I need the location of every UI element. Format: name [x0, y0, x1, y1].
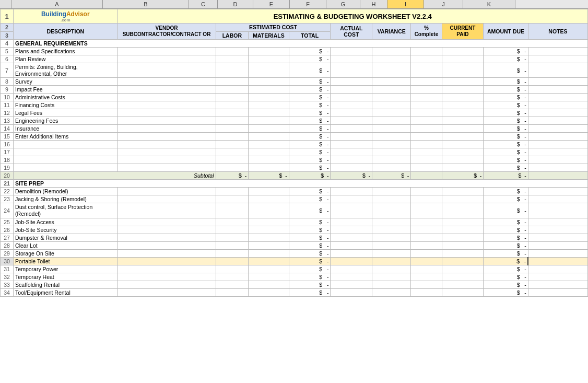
- labor-26[interactable]: [216, 226, 249, 234]
- paid-24[interactable]: [442, 203, 484, 218]
- vendor-33[interactable]: [117, 281, 216, 288]
- materials-33[interactable]: [249, 281, 289, 288]
- materials-10[interactable]: [249, 94, 289, 101]
- total-28[interactable]: $ -: [289, 241, 331, 249]
- due-19[interactable]: $ -: [484, 164, 528, 172]
- actual-5[interactable]: [331, 48, 372, 55]
- pct-30[interactable]: [411, 257, 442, 265]
- paid-32[interactable]: [442, 273, 484, 281]
- notes-30[interactable]: [528, 257, 587, 265]
- materials-7[interactable]: [249, 63, 289, 78]
- vendor-8[interactable]: [117, 78, 216, 86]
- paid-15[interactable]: [442, 133, 484, 141]
- total-29[interactable]: $ -: [289, 249, 331, 257]
- paid-34[interactable]: [442, 288, 484, 296]
- vendor-13[interactable]: [117, 117, 216, 125]
- total-26[interactable]: $ -: [289, 226, 331, 234]
- total-32[interactable]: $ -: [289, 273, 331, 281]
- due-23[interactable]: $ -: [484, 195, 528, 203]
- variance-26[interactable]: [372, 226, 411, 234]
- paid-8[interactable]: [442, 78, 484, 86]
- materials-11[interactable]: [249, 101, 289, 109]
- notes-25[interactable]: [528, 218, 587, 226]
- pct-27[interactable]: [411, 234, 442, 241]
- due-16[interactable]: $ -: [484, 141, 528, 148]
- variance-15[interactable]: [372, 133, 411, 141]
- notes-6[interactable]: [528, 55, 587, 63]
- due-17[interactable]: $ -: [484, 148, 528, 156]
- variance-13[interactable]: [372, 117, 411, 125]
- pct-22[interactable]: [411, 188, 442, 195]
- labor-25[interactable]: [216, 218, 249, 226]
- total-9[interactable]: $ -: [289, 86, 331, 94]
- labor-9[interactable]: [216, 86, 249, 94]
- due-7[interactable]: $ -: [484, 63, 528, 78]
- total-14[interactable]: $ -: [289, 125, 331, 133]
- notes-33[interactable]: [528, 281, 587, 288]
- desc-19[interactable]: [14, 164, 117, 172]
- vendor-22[interactable]: [117, 188, 216, 195]
- vendor-15[interactable]: [117, 133, 216, 141]
- materials-8[interactable]: [249, 78, 289, 86]
- due-25[interactable]: $ -: [484, 218, 528, 226]
- paid-9[interactable]: [442, 86, 484, 94]
- paid-26[interactable]: [442, 226, 484, 234]
- notes-18[interactable]: [528, 156, 587, 164]
- total-16[interactable]: $ -: [289, 141, 331, 148]
- labor-15[interactable]: [216, 133, 249, 141]
- materials-28[interactable]: [249, 241, 289, 249]
- actual-18[interactable]: [331, 156, 372, 164]
- notes-17[interactable]: [528, 148, 587, 156]
- materials-27[interactable]: [249, 234, 289, 241]
- notes-10[interactable]: [528, 94, 587, 101]
- notes-15[interactable]: [528, 133, 587, 141]
- materials-19[interactable]: [249, 164, 289, 172]
- pct-28[interactable]: [411, 241, 442, 249]
- labor-29[interactable]: [216, 249, 249, 257]
- due-10[interactable]: $ -: [484, 94, 528, 101]
- due-18[interactable]: $ -: [484, 156, 528, 164]
- notes-16[interactable]: [528, 141, 587, 148]
- due-9[interactable]: $ -: [484, 86, 528, 94]
- actual-30[interactable]: [331, 257, 372, 265]
- total-10[interactable]: $ -: [289, 94, 331, 101]
- paid-16[interactable]: [442, 141, 484, 148]
- paid-28[interactable]: [442, 241, 484, 249]
- variance-24[interactable]: [372, 203, 411, 218]
- pct-24[interactable]: [411, 203, 442, 218]
- notes-31[interactable]: [528, 265, 587, 273]
- materials-30[interactable]: [249, 257, 289, 265]
- total-8[interactable]: $ -: [289, 78, 331, 86]
- vendor-11[interactable]: [117, 101, 216, 109]
- materials-15[interactable]: [249, 133, 289, 141]
- paid-14[interactable]: [442, 125, 484, 133]
- pct-34[interactable]: [411, 288, 442, 296]
- notes-24[interactable]: [528, 203, 587, 218]
- total-17[interactable]: $ -: [289, 148, 331, 156]
- vendor-19[interactable]: [117, 164, 216, 172]
- paid-22[interactable]: [442, 188, 484, 195]
- paid-13[interactable]: [442, 117, 484, 125]
- materials-18[interactable]: [249, 156, 289, 164]
- due-22[interactable]: $ -: [484, 188, 528, 195]
- due-26[interactable]: $ -: [484, 226, 528, 234]
- actual-7[interactable]: [331, 63, 372, 78]
- actual-19[interactable]: [331, 164, 372, 172]
- due-6[interactable]: $ -: [484, 55, 528, 63]
- actual-32[interactable]: [331, 273, 372, 281]
- notes-34[interactable]: [528, 288, 587, 296]
- actual-16[interactable]: [331, 141, 372, 148]
- materials-26[interactable]: [249, 226, 289, 234]
- variance-19[interactable]: [372, 164, 411, 172]
- notes-19[interactable]: [528, 164, 587, 172]
- notes-29[interactable]: [528, 249, 587, 257]
- pct-10[interactable]: [411, 94, 442, 101]
- desc-16[interactable]: [14, 141, 117, 148]
- actual-15[interactable]: [331, 133, 372, 141]
- variance-27[interactable]: [372, 234, 411, 241]
- vendor-10[interactable]: [117, 94, 216, 101]
- variance-5[interactable]: [372, 48, 411, 55]
- variance-28[interactable]: [372, 241, 411, 249]
- variance-16[interactable]: [372, 141, 411, 148]
- pct-15[interactable]: [411, 133, 442, 141]
